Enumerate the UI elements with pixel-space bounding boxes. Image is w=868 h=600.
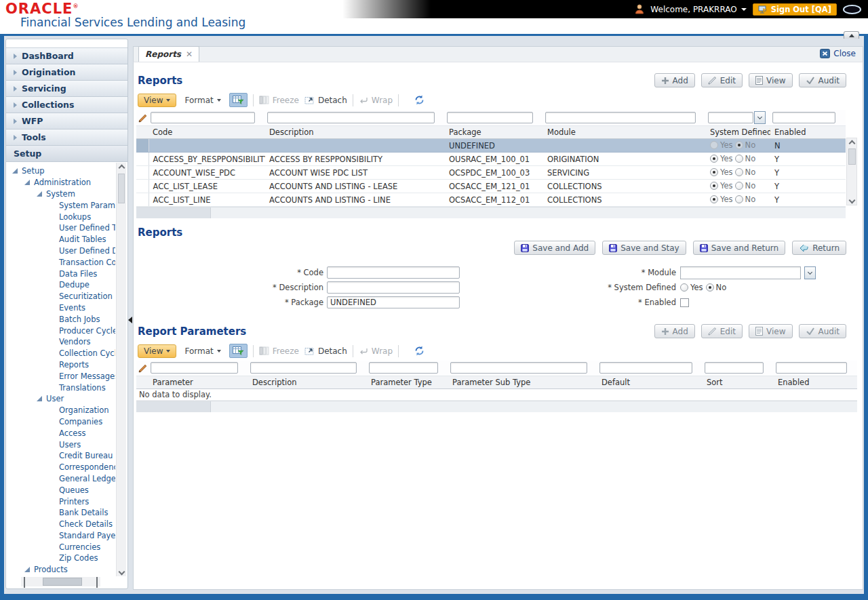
column-header-module[interactable]: Module [543,126,706,139]
tree-item-companies[interactable]: Companies [7,416,115,428]
tree-vertical-scrollbar[interactable] [116,163,126,576]
radio-no[interactable] [735,182,743,190]
sign-out-button[interactable]: Sign Out [QA] [753,3,837,16]
scroll-up-icon[interactable] [847,138,856,148]
sidebar-item-origination[interactable]: Origination [6,64,127,81]
scroll-down-icon[interactable] [117,567,126,576]
tree-item-system-parameters[interactable]: System Parameters [7,199,115,211]
tree-item-check-details[interactable]: Check Details [7,519,115,530]
scroll-right-icon[interactable] [96,577,98,586]
save-and-stay-button[interactable]: Save and Stay [602,241,686,255]
save-and-add-button[interactable]: Save and Add [514,241,595,255]
sidebar-item-servicing[interactable]: Servicing [6,81,127,97]
welcome-menu[interactable]: Welcome, PRAKRRAO [650,5,746,14]
filter-parameter-sub-type-input[interactable] [450,362,587,374]
radio-no[interactable] [735,195,743,203]
tree-item-queues[interactable]: Queues [7,484,115,496]
filter-parameter-type-input[interactable] [369,362,438,374]
edit-button[interactable]: Edit [701,73,743,87]
code-field[interactable] [327,266,460,279]
tree-item-batch-jobs[interactable]: Batch Jobs [7,313,115,325]
scroll-down-icon[interactable] [847,195,856,205]
table-row[interactable]: ACCESS_BY_RESPPONSIBILITY ACCESS BY RESP… [136,153,846,166]
radio-yes[interactable] [710,182,718,190]
audit-button[interactable]: Audit [799,73,846,87]
filter-parameter-input[interactable] [151,362,238,374]
description-field[interactable] [327,281,460,294]
column-header-code[interactable]: Code [149,126,265,139]
row-select-gutter[interactable] [136,153,149,166]
tree-item-translations[interactable]: Translations [7,382,115,393]
dropdown-button[interactable] [804,266,816,279]
filter-description-input[interactable] [267,112,435,123]
view-button[interactable]: View [749,73,792,87]
sidebar-item-setup[interactable]: Setup [6,146,127,162]
expanded-node-icon[interactable] [12,168,18,174]
radio-yes[interactable] [710,168,718,176]
column-header-parameter-type[interactable]: Parameter Type [367,376,448,388]
tree-item-error-messages[interactable]: Error Messages [7,370,115,382]
close-button[interactable]: Close [820,49,856,58]
format-menu-button[interactable]: Format [182,96,223,105]
tree-item-user[interactable]: User [7,393,115,405]
tree-item-data-files[interactable]: Data Files [7,268,115,279]
freeze-button[interactable]: Freeze [259,96,299,105]
params-detach-button[interactable]: Detach [304,346,347,356]
radio-yes[interactable] [710,141,718,149]
column-header-enabled[interactable]: Enabled [774,376,857,388]
enabled-checkbox[interactable] [680,298,689,307]
query-by-example-button[interactable] [229,93,248,107]
filter-system-defined-select[interactable] [708,112,753,123]
radio-no[interactable] [735,141,743,149]
params-format-menu-button[interactable]: Format [182,346,223,356]
filter-enabled-input[interactable] [772,112,835,123]
tree-item-users[interactable]: Users [7,439,115,450]
params-freeze-button[interactable]: Freeze [259,346,299,356]
params-audit-button[interactable]: Audit [799,324,846,338]
row-select-gutter[interactable] [136,193,149,207]
tree-item-transaction-codes[interactable]: Transaction Codes [7,256,115,268]
system-defined-yes-radio[interactable] [680,283,688,292]
table-row[interactable]: ACC_LIST_LEASE ACCOUNTS AND LISTING - LE… [136,180,846,193]
grid-vertical-scrollbar[interactable] [846,110,857,207]
table-row[interactable]: ACC_LIST_LINE ACCOUNTS AND LISTING - LIN… [136,193,846,207]
column-header-package[interactable]: Package [445,126,543,139]
tree-item-standard-payees[interactable]: Standard Payees [7,530,115,542]
scroll-thumb[interactable] [43,578,82,586]
tree-item-reports[interactable]: Reports [7,359,115,371]
params-refresh-button[interactable] [414,346,425,356]
row-select-gutter[interactable] [136,139,149,153]
filter-default-input[interactable] [599,362,692,374]
tree-item-user-defined-defaults[interactable]: User Defined Defaults [7,245,115,257]
column-header-enabled[interactable]: Enabled [770,126,846,139]
tree-item-administration[interactable]: Administration [7,177,115,188]
add-button[interactable]: Add [654,73,695,87]
tree-item-user-defined-tables[interactable]: User Defined Tables [7,222,115,234]
sidebar-item-tools[interactable]: Tools [6,129,127,146]
filter-package-input[interactable] [447,112,533,123]
tree-item-printers[interactable]: Printers [7,496,115,507]
tree-item-collection-cycles[interactable]: Collection Cycles [7,348,115,359]
tree-item-vendors[interactable]: Vendors [7,336,115,348]
scroll-thumb[interactable] [848,148,856,165]
expanded-node-icon[interactable] [24,567,30,572]
tree-item-asset-types[interactable]: Asset Types [7,576,115,576]
radio-yes[interactable] [710,155,718,163]
tree-item-events[interactable]: Events [7,302,115,314]
save-and-return-button[interactable]: Save and Return [693,241,785,255]
scroll-thumb[interactable] [118,174,125,203]
tree-item-setup[interactable]: Setup [7,165,115,177]
filter-module-input[interactable] [545,112,696,123]
tree-item-currencies[interactable]: Currencies [7,541,115,553]
filter-sort-input[interactable] [705,362,764,374]
row-select-gutter[interactable] [136,180,149,193]
params-wrap-button[interactable]: Wrap [359,346,393,356]
filter-code-input[interactable] [151,112,255,123]
params-edit-button[interactable]: Edit [701,324,743,338]
tree-item-credit-bureau[interactable]: Credit Bureau [7,450,115,462]
return-button[interactable]: Return [792,241,846,255]
params-view-menu-button[interactable]: View [138,344,176,358]
row-select-gutter[interactable] [136,166,149,180]
tree-item-zip-codes[interactable]: Zip Codes [7,553,115,564]
params-add-button[interactable]: Add [654,324,695,338]
